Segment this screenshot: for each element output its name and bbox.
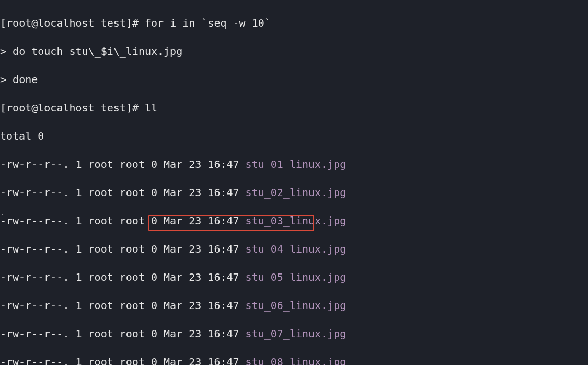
prompt-open: [ — [0, 101, 6, 114]
file-row: -rw-r--r--. 1 root root 0 Mar 23 16:47 s… — [0, 327, 588, 341]
prompt-open: [ — [0, 17, 6, 29]
file-meta: -rw-r--r--. 1 root root 0 Mar 23 16:47 — [0, 243, 246, 255]
file-meta: -rw-r--r--. 1 root root 0 Mar 23 16:47 — [0, 327, 246, 340]
file-row: -rw-r--r--. 1 root root 0 Mar 23 16:47 s… — [0, 270, 588, 284]
file-meta: -rw-r--r--. 1 root root 0 Mar 23 16:47 — [0, 356, 246, 365]
prompt-cont: > — [0, 45, 13, 58]
prompt-space — [95, 17, 101, 29]
cmd-for: for i in `seq -w 10` — [145, 17, 271, 29]
file-name: stu_02_linux.jpg — [246, 186, 347, 199]
file-meta: -rw-r--r--. 1 root root 0 Mar 23 16:47 — [0, 158, 246, 170]
prompt-user: root — [6, 17, 31, 29]
file-meta: -rw-r--r--. 1 root root 0 Mar 23 16:47 — [0, 186, 246, 199]
file-name: stu_08_linux.jpg — [246, 356, 347, 365]
file-name: stu_03_linux.jpg — [246, 214, 347, 227]
prompt-hash: # — [132, 17, 145, 29]
total-line: total 0 — [0, 129, 588, 143]
terminal-output[interactable]: [root@localhost test]# for i in `seq -w … — [0, 0, 588, 365]
prompt-close: ] — [126, 101, 132, 114]
cmd-line: > do touch stu\_$i\_linux.jpg — [0, 44, 588, 59]
cmd-ll1: ll — [145, 101, 157, 114]
prompt-at: @ — [31, 101, 38, 114]
file-row: -rw-r--r--. 1 root root 0 Mar 23 16:47 s… — [0, 157, 588, 172]
file-name: stu_07_linux.jpg — [246, 327, 347, 340]
prompt-at: @ — [31, 17, 38, 29]
prompt-path: test — [101, 17, 126, 29]
file-row: -rw-r--r--. 1 root root 0 Mar 23 16:47 s… — [0, 214, 588, 228]
file-name: stu_04_linux.jpg — [246, 243, 347, 255]
file-meta: -rw-r--r--. 1 root root 0 Mar 23 16:47 — [0, 271, 246, 283]
file-row: -rw-r--r--. 1 root root 0 Mar 23 16:47 s… — [0, 299, 588, 313]
prompt-cont: > — [0, 73, 13, 86]
prompt-host: localhost — [38, 17, 94, 29]
cmd-line: > done — [0, 73, 588, 87]
file-name: stu_01_linux.jpg — [246, 158, 347, 170]
file-row: -rw-r--r--. 1 root root 0 Mar 23 16:47 s… — [0, 242, 588, 256]
cmd-line: [root@localhost test]# ll — [0, 101, 588, 115]
cmd-line: [root@localhost test]# for i in `seq -w … — [0, 16, 588, 30]
cursor-caret: . — [0, 209, 4, 217]
file-name: stu_06_linux.jpg — [246, 299, 347, 312]
file-row: -rw-r--r--. 1 root root 0 Mar 23 16:47 s… — [0, 355, 588, 365]
prompt-path: test — [101, 101, 126, 114]
file-meta: -rw-r--r--. 1 root root 0 Mar 23 16:47 — [0, 299, 246, 312]
prompt-hash: # — [132, 101, 145, 114]
file-row: -rw-r--r--. 1 root root 0 Mar 23 16:47 s… — [0, 186, 588, 200]
prompt-user: root — [6, 101, 31, 114]
cmd-done: done — [13, 73, 38, 86]
file-meta: -rw-r--r--. 1 root root 0 Mar 23 16:47 — [0, 214, 246, 227]
cmd-do: do touch stu\_$i\_linux.jpg — [13, 45, 182, 58]
prompt-space — [95, 101, 101, 114]
prompt-close: ] — [126, 17, 132, 29]
prompt-host: localhost — [38, 101, 94, 114]
file-name: stu_05_linux.jpg — [246, 271, 347, 283]
